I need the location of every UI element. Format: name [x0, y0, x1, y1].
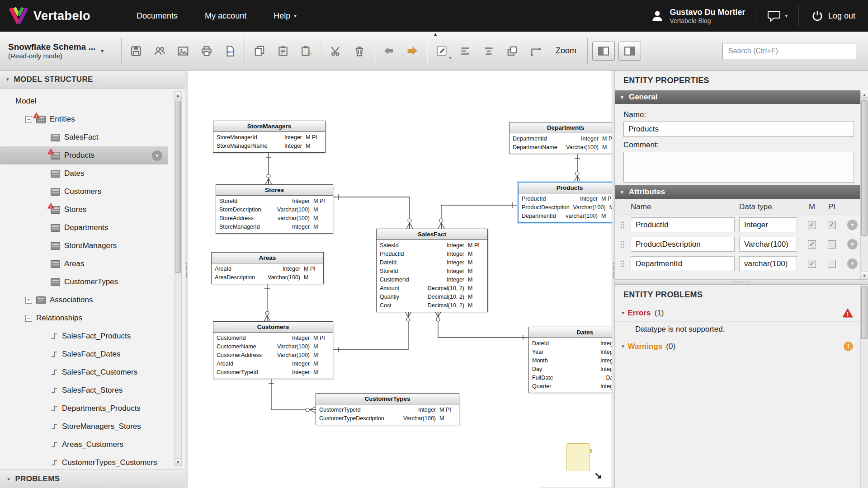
attribute-type-field[interactable]: Varchar(100) [739, 237, 797, 252]
primary-identifier-checkbox[interactable] [828, 260, 836, 268]
warnings-group-header[interactable]: ▾ Warnings (0) ! [615, 338, 860, 355]
export-doc-button[interactable]: DOC [220, 41, 241, 61]
entity-name-input[interactable] [623, 122, 854, 137]
attribute-type-field[interactable]: varchar(100) [739, 256, 797, 271]
redo-button[interactable] [402, 41, 423, 61]
expand-toggle[interactable]: + [25, 297, 32, 304]
sidebar-item-salesfact_stores[interactable]: SalesFact_Stores [0, 381, 170, 399]
attribute-type-field[interactable]: Integer [739, 217, 797, 232]
sidebar-item-customertypes_customers[interactable]: CustomerTypes_Customers [0, 454, 170, 469]
tree-item-model[interactable]: Model [0, 92, 170, 110]
sidebar-item-storemanagers[interactable]: StoreManagers [0, 237, 170, 255]
sidebar-item-areas[interactable]: Areas [0, 255, 170, 273]
align-horizontal-button[interactable] [455, 41, 476, 61]
attribute-name-field[interactable]: ProductDescription [631, 237, 735, 252]
bring-forward-button[interactable] [502, 41, 523, 61]
sidebar-item-stores[interactable]: !Stores [0, 201, 170, 219]
menu-help[interactable]: Help▾ [260, 0, 310, 32]
sidebar-item-salesfact_products[interactable]: SalesFact_Products [0, 327, 170, 345]
error-message[interactable]: Datatype is not supported. [615, 322, 860, 338]
collapse-toggle[interactable]: − [25, 315, 32, 322]
scroll-down-button[interactable]: ▼ [861, 272, 868, 279]
sidebar-item-salesfact[interactable]: SalesFact [0, 128, 170, 146]
attribute-menu-button[interactable]: ▼ [847, 258, 858, 269]
cut-button[interactable] [326, 41, 346, 61]
edit-mode-button[interactable]: ▾ [431, 41, 452, 61]
entity-comment-textarea[interactable] [623, 152, 854, 183]
toggle-right-panel-button[interactable] [618, 42, 641, 61]
sidebar-item-storemanagers_stores[interactable]: StoreManagers_Stores [0, 418, 170, 436]
share-button[interactable] [149, 41, 170, 61]
collapse-toggle[interactable]: − [25, 116, 32, 123]
diagram-entity-products[interactable]: ProductsProductIdIntegerM PIProductDescr… [518, 182, 612, 223]
diagram-canvas[interactable]: StoreManagersStoreManagerIdIntegerM PISt… [188, 70, 612, 488]
diagram-entity-departments[interactable]: DepartmentsDepartmentIdIntegerM PIDepart… [509, 122, 612, 154]
problems-section-header[interactable]: ▸ PROBLEMS [0, 469, 185, 488]
attributes-section-header[interactable]: ▼ Attributes [615, 185, 860, 199]
right-panel-splitter[interactable] [612, 70, 615, 488]
undo-button[interactable] [378, 41, 399, 61]
save-button[interactable] [126, 41, 146, 61]
attribute-menu-button[interactable]: ▼ [847, 220, 858, 230]
sidebar-item-areas_customers[interactable]: Areas_Customers [0, 436, 170, 454]
diagram-entity-areas[interactable]: AreasAreaIdIntegerM PIAreaDescriptionVar… [211, 252, 324, 284]
zoom-control[interactable]: Zoom [556, 46, 576, 56]
attribute-menu-button[interactable]: ▼ [847, 239, 858, 249]
attribute-name-field[interactable]: ProductId [631, 217, 735, 232]
panel-horizontal-splitter[interactable] [615, 279, 868, 285]
errors-group-header[interactable]: ▾ Errors (1) ! [615, 305, 860, 322]
align-vertical-button[interactable] [478, 41, 499, 61]
sidebar-item-salesfact_dates[interactable]: SalesFact_Dates [0, 345, 170, 363]
scroll-thumb[interactable] [175, 101, 181, 273]
sidebar-item-dates[interactable]: Dates [0, 164, 170, 183]
paste-button[interactable] [273, 41, 293, 61]
drag-handle-icon[interactable] [619, 260, 631, 268]
scroll-down-button[interactable]: ▼ [175, 458, 181, 466]
primary-identifier-checkbox[interactable] [828, 221, 836, 229]
scroll-up-button[interactable]: ▲ [175, 92, 181, 99]
scroll-up-button[interactable]: ▲ [861, 91, 868, 99]
sidebar-item-customers[interactable]: Customers [0, 183, 170, 201]
resize-handle-icon[interactable]: ↘ [594, 470, 602, 481]
document-switcher[interactable]: Snowflake Schema ... (Read-only mode) ▾ [5, 42, 118, 60]
user-account-button[interactable]: Gustavo Du Mortier Vertabelo Blog [640, 7, 756, 25]
sidebar-item-salesfact_customers[interactable]: SalesFact_Customers [0, 363, 170, 381]
general-section-header[interactable]: ▼ General [615, 90, 860, 104]
diagram-entity-storemanagers[interactable]: StoreManagersStoreManagerIdIntegerM PISt… [213, 121, 326, 153]
mandatory-checkbox[interactable] [808, 260, 816, 268]
connector-style-button[interactable] [525, 41, 546, 61]
model-structure-header[interactable]: ▾ MODEL STRUCTURE [0, 70, 185, 89]
attribute-name-field[interactable]: DepartmentId [631, 256, 735, 271]
paste-special-button[interactable] [296, 41, 317, 61]
scroll-thumb[interactable] [861, 100, 868, 236]
diagram-entity-customertypes[interactable]: CustomerTypesCustomerTypeIdIntegerM PICu… [316, 393, 459, 425]
copy-button[interactable] [249, 41, 270, 61]
feedback-button[interactable]: ▾ [756, 0, 798, 32]
mandatory-checkbox[interactable] [808, 221, 816, 229]
print-button[interactable] [196, 41, 217, 61]
search-input[interactable] [722, 43, 856, 59]
mandatory-checkbox[interactable] [808, 240, 816, 249]
sidebar-item-customertypes[interactable]: CustomerTypes [0, 273, 170, 291]
tree-item-entities[interactable]: − ! Entities [0, 110, 170, 128]
diagram-entity-dates[interactable]: DatesDateIdIntegerM PIYearIntegerMMonthI… [528, 327, 612, 393]
item-menu-button[interactable]: ▾ [152, 150, 162, 161]
export-image-button[interactable] [173, 41, 193, 61]
diagram-entity-customers[interactable]: CustomersCustomerIdIntegerM PICustomerNa… [213, 321, 333, 379]
sidebar-item-departments_products[interactable]: Departments_Products [0, 399, 170, 418]
primary-identifier-checkbox[interactable] [828, 240, 836, 249]
sidebar-item-departments[interactable]: Departments [0, 219, 170, 237]
toggle-left-panel-button[interactable] [592, 42, 615, 61]
toolbar-collapse-button[interactable]: ▲ [429, 32, 441, 38]
diagram-entity-salesfact[interactable]: SalesFactSalesIdIntegerM PIProductIdInte… [376, 229, 488, 312]
menu-documents[interactable]: Documents [123, 0, 191, 32]
menu-my-account[interactable]: My account [191, 0, 260, 32]
sidebar-item-products[interactable]: !Products▾ [0, 146, 168, 164]
delete-button[interactable] [349, 41, 370, 61]
left-panel-splitter[interactable] [185, 70, 188, 488]
properties-scrollbar[interactable]: ▲ ▼ [860, 91, 868, 279]
drag-handle-icon[interactable] [619, 221, 631, 229]
drag-handle-icon[interactable] [619, 240, 631, 249]
problems-scrollbar[interactable] [860, 285, 868, 488]
home-logo[interactable]: Vertabelo [0, 6, 95, 25]
